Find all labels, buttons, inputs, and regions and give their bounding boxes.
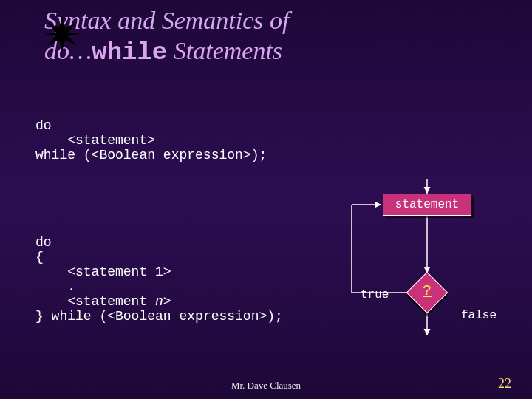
title-line1: Syntax and Semantics of <box>44 7 289 34</box>
flow-false-label: false <box>461 309 497 322</box>
code-line: do <box>35 235 52 250</box>
code-line: } while (<Boolean expression>); <box>35 309 283 324</box>
starburst-icon <box>44 16 80 52</box>
title-line2-post: Statements <box>167 37 282 64</box>
title-text: Syntax and Semantics of do…while Stateme… <box>44 6 289 68</box>
title-keyword: while <box>92 38 167 66</box>
code-block-compound: do { <statement 1> . <statement n> } whi… <box>35 235 283 324</box>
code-line: <statement <box>35 294 155 309</box>
slide-title: Syntax and Semantics of do…while Stateme… <box>44 6 289 68</box>
flow-diagram: statement ? true false <box>324 185 523 340</box>
code-line: do <box>35 118 52 133</box>
code-line: { <box>35 250 44 265</box>
svg-marker-0 <box>44 16 80 52</box>
code-line: <statement> <box>35 133 155 148</box>
flow-statement-box: statement <box>383 194 471 216</box>
code-line: . <box>35 279 75 294</box>
flow-true-label: true <box>361 288 389 301</box>
flow-decision-label: ? <box>423 282 432 299</box>
code-line: while (<Boolean expression>); <box>35 148 267 163</box>
footer-author: Mr. Dave Clausen <box>0 380 532 392</box>
code-line: <statement 1> <box>35 265 171 279</box>
footer-page-number: 22 <box>498 376 511 392</box>
code-em-n: n <box>155 294 163 309</box>
code-line: > <box>163 294 171 309</box>
code-block-single: do <statement> while (<Boolean expressio… <box>35 118 267 163</box>
